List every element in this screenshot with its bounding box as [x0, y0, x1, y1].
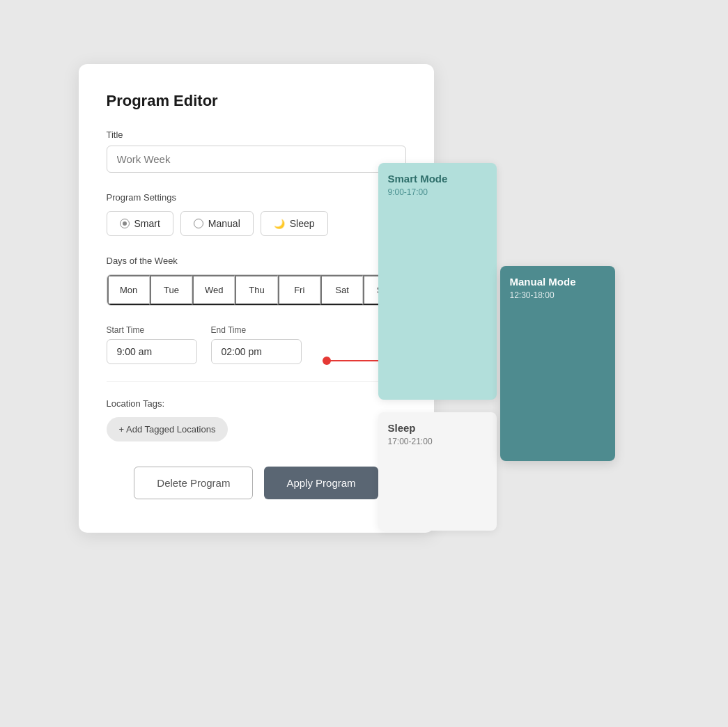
day-wed[interactable]: Wed: [192, 275, 235, 305]
title-input[interactable]: [107, 146, 406, 173]
smart-icon: [120, 219, 130, 228]
sleep-label: Sleep: [290, 218, 315, 229]
day-fri[interactable]: Fri: [278, 275, 320, 305]
moon-icon: 🌙: [274, 219, 285, 229]
radio-icon: [194, 219, 203, 228]
divider: [107, 381, 406, 382]
program-settings-group: Smart Manual 🌙 Sleep: [107, 211, 406, 236]
delete-label: Delete Program: [157, 477, 230, 489]
days-row: Mon Tue Wed Thu Fri Sat Sun: [107, 274, 406, 306]
start-time-input[interactable]: [107, 339, 197, 364]
slider-dot: [323, 357, 331, 365]
day-sat[interactable]: Sat: [320, 275, 363, 305]
manual-setting-btn[interactable]: Manual: [180, 211, 254, 236]
day-mon[interactable]: Mon: [107, 275, 150, 305]
sleep-mode-card: Sleep 17:00-21:00: [378, 412, 497, 531]
end-time-label: End Time: [211, 325, 302, 335]
day-thu[interactable]: Thu: [235, 275, 277, 305]
day-tue[interactable]: Tue: [150, 275, 192, 305]
end-time-input[interactable]: [211, 339, 302, 364]
program-settings-label: Program Settings: [107, 192, 406, 203]
bottom-buttons: Delete Program Apply Program: [107, 467, 406, 499]
add-tagged-locations-label: + Add Tagged Locations: [119, 424, 216, 435]
apply-label: Apply Program: [286, 477, 355, 489]
smart-mode-time: 9:00-17:00: [388, 187, 487, 197]
page-title: Program Editor: [107, 92, 406, 110]
sleep-setting-btn[interactable]: 🌙 Sleep: [261, 211, 328, 236]
sleep-mode-time: 17:00-21:00: [388, 437, 487, 446]
manual-mode-time: 12:30-18:00: [510, 290, 605, 300]
sleep-mode-title: Sleep: [388, 422, 487, 434]
end-time-group: End Time: [211, 325, 302, 364]
smart-setting-btn[interactable]: Smart: [107, 211, 173, 236]
time-row: Start Time End Time: [107, 325, 406, 364]
apply-program-button[interactable]: Apply Program: [264, 467, 378, 499]
manual-mode-card: Manual Mode 12:30-18:00: [500, 266, 615, 461]
delete-program-button[interactable]: Delete Program: [134, 467, 253, 499]
start-time-group: Start Time: [107, 325, 197, 364]
start-time-label: Start Time: [107, 325, 197, 335]
smart-label: Smart: [134, 218, 160, 229]
smart-mode-title: Smart Mode: [388, 173, 487, 185]
manual-label: Manual: [208, 218, 240, 229]
smart-mode-card: Smart Mode 9:00-17:00: [378, 163, 497, 400]
title-label: Title: [107, 130, 406, 140]
location-label: Location Tags:: [107, 398, 406, 409]
add-tagged-locations-btn[interactable]: + Add Tagged Locations: [107, 417, 229, 441]
days-label: Days of the Week: [107, 256, 406, 266]
manual-mode-title: Manual Mode: [510, 276, 605, 288]
